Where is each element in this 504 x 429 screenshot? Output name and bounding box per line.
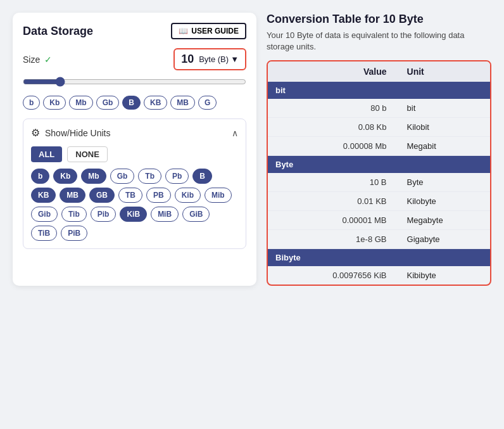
- col-unit-header: Unit: [400, 61, 490, 82]
- all-none-row: ALL NONE: [31, 146, 238, 162]
- unit-chip-pib[interactable]: Pib: [91, 207, 117, 222]
- conversion-table-wrapper: Value Unit bit80 bbit0.08 KbKilobit0.000…: [267, 60, 491, 286]
- cell-value: 1e-8 GB: [268, 230, 400, 249]
- section-byte: Byte: [268, 156, 490, 174]
- cell-value: 10 B: [268, 173, 400, 192]
- top-chip-g[interactable]: G: [198, 96, 217, 110]
- unit-chip-tb[interactable]: TB: [118, 188, 142, 203]
- conversion-table: Value Unit bit80 bbit0.08 KbKilobit0.000…: [268, 61, 490, 285]
- size-label: Size ✓: [23, 54, 52, 65]
- table-row: 80 bbit: [268, 99, 490, 118]
- dropdown-icon: ▼: [230, 54, 239, 64]
- size-value: 10: [181, 53, 194, 66]
- unit-chip-mb[interactable]: MB: [60, 188, 85, 203]
- top-unit-chips: bKbMbGbBKBMBG: [23, 96, 246, 110]
- unit-chip-kb[interactable]: Kb: [53, 169, 77, 184]
- top-chip-b[interactable]: b: [23, 96, 40, 110]
- unit-chip-pb[interactable]: PB: [146, 188, 171, 203]
- unit-chip-tib[interactable]: TiB: [31, 226, 57, 241]
- size-input-box[interactable]: 10 Byte (B) ▼: [173, 48, 246, 70]
- unit-chip-b[interactable]: b: [31, 169, 49, 184]
- cell-unit: Kilobit: [400, 118, 490, 137]
- cell-unit: Megabyte: [400, 211, 490, 230]
- unit-chip-pb[interactable]: Pb: [165, 169, 189, 184]
- table-row: 10 BByte: [268, 173, 490, 192]
- table-row: 1e-8 GBGigabyte: [268, 230, 490, 249]
- size-slider[interactable]: [23, 77, 246, 87]
- show-hide-header: ⚙ Show/Hide Units ∧: [31, 127, 238, 139]
- size-row: Size ✓ 10 Byte (B) ▼: [23, 48, 246, 70]
- cell-unit: Kilobyte: [400, 192, 490, 211]
- unit-chip-tib[interactable]: Tib: [61, 207, 87, 222]
- show-hide-section: ⚙ Show/Hide Units ∧ ALL NONE bKbMbGbTbPb…: [23, 118, 246, 249]
- unit-chip-grid: bKbMbGbTbPbBKBMBGBTBPBKibMibGibTibPibKiB…: [31, 169, 238, 241]
- cell-value: 0.00008 Mb: [268, 137, 400, 156]
- top-chip-kb[interactable]: Kb: [43, 96, 66, 110]
- section-bit: bit: [268, 82, 490, 99]
- slider-row: [23, 77, 246, 89]
- table-row: 0.01 KBKilobyte: [268, 192, 490, 211]
- cell-unit: Byte: [400, 173, 490, 192]
- top-chip-b[interactable]: B: [122, 96, 141, 110]
- unit-selector[interactable]: Byte (B) ▼: [199, 54, 239, 64]
- col-value-header: Value: [268, 61, 400, 82]
- unit-chip-gib[interactable]: Gib: [31, 207, 58, 222]
- unit-chip-pib[interactable]: PiB: [61, 226, 87, 241]
- unit-chip-mb[interactable]: Mb: [81, 169, 106, 184]
- table-row: 0.08 KbKilobit: [268, 118, 490, 137]
- book-icon: 📖: [179, 27, 188, 35]
- table-row: 0.00001 MBMegabyte: [268, 211, 490, 230]
- unit-chip-tb[interactable]: Tb: [138, 169, 161, 184]
- cell-value: 0.01 KB: [268, 192, 400, 211]
- unit-chip-gib[interactable]: GiB: [182, 207, 210, 222]
- unit-chip-mib[interactable]: MiB: [151, 207, 179, 222]
- cell-unit: Gigabyte: [400, 230, 490, 249]
- top-chip-mb[interactable]: Mb: [69, 96, 92, 110]
- unit-chip-kib[interactable]: KiB: [120, 207, 147, 222]
- unit-chip-mib[interactable]: Mib: [205, 188, 232, 203]
- section-bibyte: Bibyte: [268, 249, 490, 267]
- user-guide-button[interactable]: 📖 USER GUIDE: [171, 23, 246, 39]
- show-hide-title: ⚙ Show/Hide Units: [31, 127, 111, 139]
- gear-icon: ⚙: [31, 127, 40, 139]
- left-header: Data Storage 📖 USER GUIDE: [23, 23, 246, 39]
- unit-chip-gb[interactable]: Gb: [110, 169, 135, 184]
- cell-unit: bit: [400, 99, 490, 118]
- none-button[interactable]: NONE: [67, 146, 108, 162]
- cell-unit: Kibibyte: [400, 266, 490, 285]
- table-row: 0.0097656 KiBKibibyte: [268, 266, 490, 285]
- cell-value: 0.0097656 KiB: [268, 266, 400, 285]
- top-chip-gb[interactable]: Gb: [96, 96, 120, 110]
- left-panel: Data Storage 📖 USER GUIDE Size ✓ 10 Byte…: [13, 13, 256, 286]
- unit-chip-kb[interactable]: KB: [31, 188, 56, 203]
- right-description: Your 10 Byte of data is equivalent to th…: [267, 30, 491, 53]
- cell-value: 0.00001 MB: [268, 211, 400, 230]
- cell-value: 0.08 Kb: [268, 118, 400, 137]
- checkmark-icon: ✓: [44, 54, 52, 65]
- cell-unit: Megabit: [400, 137, 490, 156]
- top-chip-kb[interactable]: KB: [144, 96, 167, 110]
- table-row: 0.00008 MbMegabit: [268, 137, 490, 156]
- right-panel: Conversion Table for 10 Byte Your 10 Byt…: [267, 13, 491, 286]
- chevron-up-icon[interactable]: ∧: [232, 128, 238, 138]
- right-title: Conversion Table for 10 Byte: [267, 13, 491, 26]
- top-chip-mb[interactable]: MB: [170, 96, 195, 110]
- all-button[interactable]: ALL: [31, 146, 62, 162]
- unit-chip-b[interactable]: B: [192, 169, 212, 184]
- unit-chip-gb[interactable]: GB: [89, 188, 115, 203]
- panel-title: Data Storage: [23, 25, 93, 38]
- unit-chip-kib[interactable]: Kib: [175, 188, 201, 203]
- cell-value: 80 b: [268, 99, 400, 118]
